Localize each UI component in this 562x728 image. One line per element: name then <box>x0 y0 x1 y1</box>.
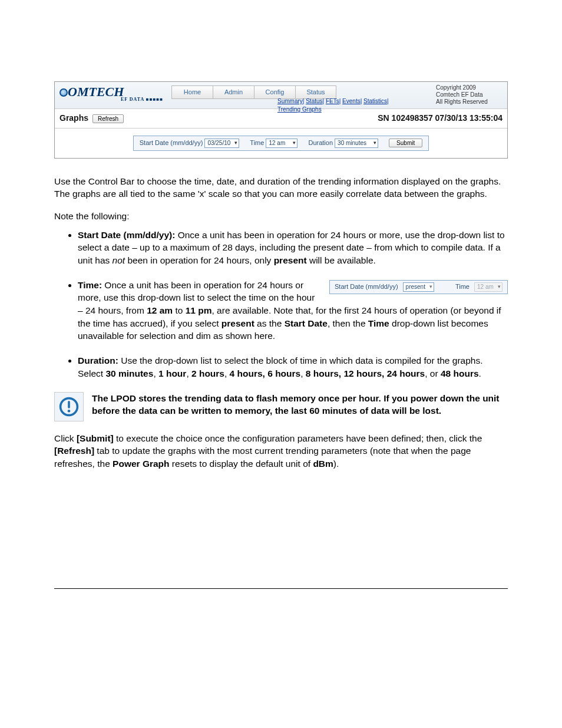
time-label: Time <box>250 139 264 146</box>
duration-select[interactable]: 30 minutes <box>335 139 378 148</box>
svg-point-2 <box>68 409 71 412</box>
closing-paragraph: Click [Submit] to execute the choice onc… <box>54 432 508 470</box>
app-screenshot: OMTECH EF DATA ■■■■■ Home Admin Config S… <box>54 81 508 159</box>
inset-time-select: 12 am <box>474 282 503 292</box>
list-item: Duration: Use the drop-down list to sele… <box>78 354 508 380</box>
copyright-line: Comtech EF Data <box>436 91 504 98</box>
nav-home[interactable]: Home <box>171 85 213 99</box>
logo: OMTECH EF DATA ■■■■■ <box>58 84 164 102</box>
control-row: Start Date (mm/dd/yy) 03/25/10 Time 12 a… <box>55 129 507 158</box>
li-label: Time: <box>78 280 102 290</box>
document-body: Use the Control Bar to choose the time, … <box>54 175 508 470</box>
intro-paragraph: Use the Control Bar to choose the time, … <box>54 175 508 200</box>
bullet-list: Start Date (mm/dd/yy): Once a unit has b… <box>78 229 508 380</box>
svg-rect-1 <box>68 401 70 409</box>
copyright: Copyright 2009 Comtech EF Data All Right… <box>436 84 504 106</box>
duration-label: Duration <box>308 139 333 146</box>
inset-start-label: Start Date (mm/dd/yy) <box>335 282 398 291</box>
copyright-line: Copyright 2009 <box>436 84 504 91</box>
logo-text: OMTECH <box>68 84 124 99</box>
submit-button[interactable]: Submit <box>389 139 422 147</box>
globe-icon <box>59 88 68 97</box>
subnav-fets[interactable]: FETs <box>326 98 339 104</box>
notice-block: The LPOD stores the trending data to fla… <box>54 392 508 421</box>
nav-admin[interactable]: Admin <box>213 85 254 99</box>
subnav-statistics[interactable]: Statistics <box>363 98 387 104</box>
serial-datetime: SN 102498357 07/30/13 13:55:04 <box>378 113 503 124</box>
graphs-label: Graphs <box>59 113 88 123</box>
li-label: Duration: <box>78 355 118 365</box>
inset-controlbar: Start Date (mm/dd/yy) present Time 12 am <box>329 280 508 294</box>
inset-start-select[interactable]: present <box>403 282 434 292</box>
sub-nav: Summary| Status| FETs| Events| Statistic… <box>277 97 389 114</box>
footer-rule <box>54 588 508 589</box>
subnav-status[interactable]: Status <box>306 98 322 104</box>
inset-time-label: Time <box>455 282 470 291</box>
subnav-events[interactable]: Events <box>342 98 361 104</box>
start-date-select[interactable]: 03/25/10 <box>204 139 239 148</box>
list-item: Start Date (mm/dd/yy): Once a unit has b… <box>78 229 508 267</box>
note-heading: Note the following: <box>54 210 508 223</box>
alert-icon <box>54 392 84 421</box>
li-label: Start Date (mm/dd/yy): <box>78 230 175 240</box>
start-date-label: Start Date (mm/dd/yy) <box>140 139 203 146</box>
top-bar: OMTECH EF DATA ■■■■■ Home Admin Config S… <box>55 82 507 109</box>
list-item: Start Date (mm/dd/yy) present Time 12 am… <box>78 279 508 342</box>
subnav-trending[interactable]: Trending Graphs <box>277 106 322 113</box>
copyright-line: All Rights Reserved <box>436 98 504 106</box>
refresh-button[interactable]: Refresh <box>92 114 124 123</box>
notice-text: The LPOD stores the trending data to fla… <box>92 392 508 417</box>
time-select[interactable]: 12 am <box>266 139 297 148</box>
control-bar: Start Date (mm/dd/yy) 03/25/10 Time 12 a… <box>133 136 429 151</box>
subnav-summary[interactable]: Summary <box>277 98 303 104</box>
